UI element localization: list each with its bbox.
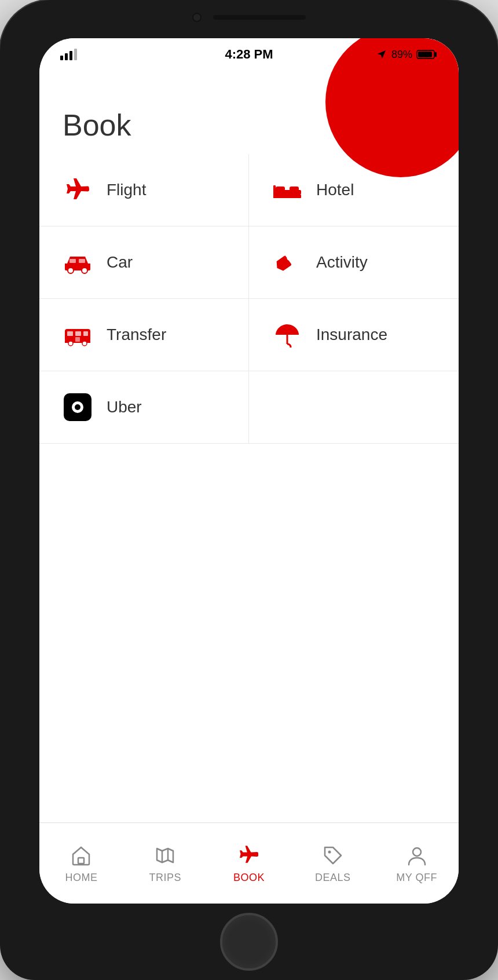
- nav-deals[interactable]: DEALS: [304, 843, 362, 884]
- svg-rect-14: [67, 331, 73, 336]
- svg-rect-7: [273, 185, 276, 198]
- svg-rect-6: [290, 187, 299, 191]
- svg-rect-10: [69, 259, 76, 263]
- myqff-icon: [404, 843, 430, 868]
- page-header: Book: [63, 108, 131, 142]
- activity-icon: [272, 247, 302, 277]
- svg-marker-26: [157, 849, 173, 862]
- car-icon: [63, 247, 93, 277]
- svg-rect-16: [83, 331, 88, 336]
- activity-label: Activity: [316, 253, 368, 272]
- home-button-area: [0, 904, 498, 980]
- uber-cell[interactable]: Uber: [39, 371, 249, 444]
- empty-cell: [249, 371, 459, 444]
- flight-icon: [63, 175, 93, 205]
- svg-point-8: [68, 268, 74, 273]
- svg-rect-20: [75, 337, 80, 342]
- svg-point-24: [75, 404, 80, 410]
- deals-nav-label: DEALS: [315, 872, 351, 884]
- signal-bar-1: [60, 56, 63, 60]
- home-button[interactable]: [220, 913, 278, 971]
- svg-point-9: [82, 268, 87, 273]
- svg-point-30: [413, 848, 421, 856]
- signal-bar-3: [69, 51, 72, 60]
- status-right: 89%: [376, 49, 438, 61]
- book-icon: [236, 843, 262, 868]
- car-cell[interactable]: Car: [39, 226, 249, 299]
- svg-rect-15: [75, 331, 81, 336]
- uber-icon: [63, 392, 93, 422]
- transfer-icon: [63, 320, 93, 350]
- flight-label: Flight: [107, 181, 146, 199]
- insurance-icon: [272, 320, 302, 350]
- signal-bar-4: [74, 49, 77, 60]
- book-nav-label: BOOK: [233, 872, 265, 884]
- myqff-nav-label: MY QFF: [396, 872, 437, 884]
- page-title: Book: [63, 108, 131, 142]
- booking-grid: Flight: [39, 154, 459, 444]
- svg-rect-1: [434, 52, 437, 57]
- trips-icon: [152, 843, 178, 868]
- status-time: 4:28 PM: [225, 47, 273, 62]
- svg-point-19: [82, 341, 87, 346]
- car-label: Car: [107, 253, 133, 272]
- insurance-label: Insurance: [316, 326, 387, 344]
- signal-bar-2: [65, 53, 68, 60]
- location-icon: [376, 49, 387, 60]
- svg-rect-25: [78, 858, 84, 864]
- status-bar: 4:28 PM 89%: [39, 38, 459, 71]
- svg-point-18: [68, 341, 73, 346]
- nav-trips[interactable]: TRIPS: [136, 843, 194, 884]
- deals-icon: [320, 843, 346, 868]
- phone-screen: 4:28 PM 89% Book: [39, 38, 459, 904]
- svg-rect-4: [273, 195, 301, 198]
- hotel-label: Hotel: [316, 181, 354, 199]
- home-nav-label: HOME: [65, 872, 97, 884]
- svg-rect-2: [418, 52, 432, 57]
- activity-cell[interactable]: Activity: [249, 226, 459, 299]
- nav-home[interactable]: HOME: [52, 843, 110, 884]
- home-icon: [68, 843, 94, 868]
- content-area: Flight: [39, 154, 459, 822]
- phone-frame: 4:28 PM 89% Book: [0, 0, 498, 980]
- nav-book[interactable]: BOOK: [220, 843, 278, 884]
- trips-nav-label: TRIPS: [149, 872, 181, 884]
- transfer-label: Transfer: [107, 326, 166, 344]
- hotel-icon: [272, 175, 302, 205]
- signal-bars: [60, 49, 77, 60]
- battery-percent: 89%: [391, 49, 412, 61]
- transfer-cell[interactable]: Transfer: [39, 299, 249, 371]
- bottom-nav: HOME TRIPS: [39, 822, 459, 904]
- top-bar: 4:28 PM 89% Book: [39, 38, 459, 154]
- insurance-cell[interactable]: Insurance: [249, 299, 459, 371]
- signal-area: [60, 49, 77, 60]
- svg-rect-5: [276, 187, 285, 191]
- battery-icon: [417, 49, 438, 60]
- nav-myqff[interactable]: MY QFF: [388, 843, 446, 884]
- uber-label: Uber: [107, 398, 142, 416]
- svg-rect-11: [79, 259, 85, 263]
- svg-point-29: [328, 851, 331, 854]
- flight-cell[interactable]: Flight: [39, 154, 249, 226]
